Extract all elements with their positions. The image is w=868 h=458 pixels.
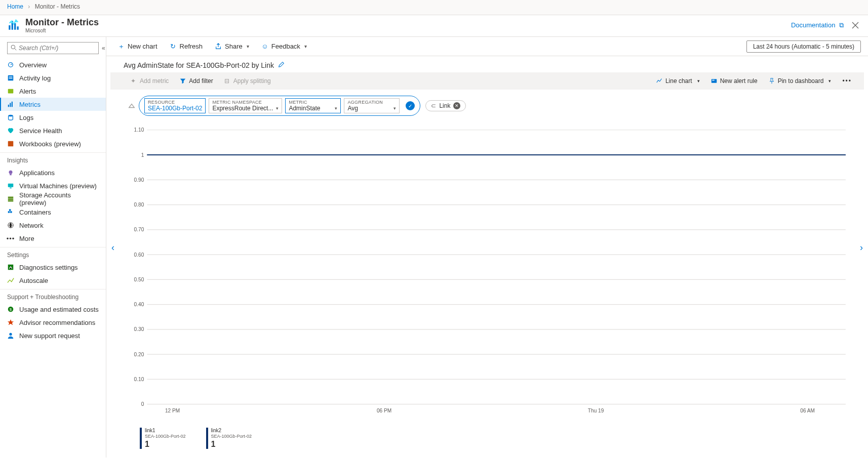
sidebar-item-network[interactable]: Network bbox=[0, 219, 106, 232]
nav-label: Logs bbox=[19, 114, 33, 121]
nav-label: New support request bbox=[19, 332, 80, 340]
sidebar-item-advisor-recommendations[interactable]: Advisor recommendations bbox=[0, 316, 106, 329]
svg-rect-20 bbox=[10, 211, 12, 213]
svg-text:12 PM: 12 PM bbox=[165, 407, 180, 413]
split-pill-icon: ⊂ bbox=[431, 102, 436, 109]
workbooks-icon bbox=[7, 140, 14, 147]
more-icon: ••• bbox=[7, 235, 14, 242]
search-icon bbox=[11, 45, 17, 52]
nav-label: Workbooks (preview) bbox=[19, 140, 81, 148]
edit-title-button[interactable] bbox=[278, 61, 285, 69]
remove-split-button[interactable]: ✕ bbox=[453, 102, 460, 109]
line-chart-icon bbox=[656, 78, 662, 84]
aggregation-selector[interactable]: AGGREGATION Avg▾ bbox=[344, 98, 400, 113]
advisor-icon bbox=[7, 319, 14, 326]
toolbar: ＋ New chart ↻ Refresh Share ▾ ☺ Feedback… bbox=[106, 37, 868, 56]
metric-selector[interactable]: METRIC AdminState▾ bbox=[285, 98, 341, 113]
metric-valid-badge: ✓ bbox=[406, 101, 415, 110]
svg-rect-7 bbox=[8, 105, 9, 107]
vm-icon bbox=[7, 182, 14, 189]
more-options-button[interactable]: ••• bbox=[839, 75, 855, 87]
sidebar-item-logs[interactable]: Logs bbox=[0, 111, 106, 124]
svg-line-1 bbox=[15, 48, 16, 50]
sidebar-item-containers[interactable]: Containers bbox=[0, 205, 106, 219]
sidebar-item-autoscale[interactable]: Autoscale bbox=[0, 274, 106, 287]
svg-point-0 bbox=[11, 45, 15, 49]
svg-rect-16 bbox=[8, 197, 14, 198]
next-chart-button[interactable]: › bbox=[856, 238, 867, 257]
main-pane: ＋ New chart ↻ Refresh Share ▾ ☺ Feedback… bbox=[106, 37, 868, 457]
sidebar-item-metrics[interactable]: Metrics bbox=[0, 98, 106, 111]
nav-label: Overview bbox=[19, 61, 47, 69]
more-icon: ••• bbox=[842, 77, 852, 85]
chevron-down-icon: ▾ bbox=[276, 106, 279, 111]
legend-item-link1[interactable]: link1SEA-100Gb-Port-021 bbox=[140, 428, 186, 449]
legend-item-link2[interactable]: link2SEA-100Gb-Port-021 bbox=[206, 428, 252, 449]
share-button[interactable]: Share ▾ bbox=[211, 40, 253, 52]
add-filter-button[interactable]: Add filter bbox=[177, 75, 216, 87]
search-box[interactable] bbox=[7, 42, 99, 54]
nav-label: Activity log bbox=[19, 74, 51, 82]
svg-text:1: 1 bbox=[141, 151, 144, 158]
sidebar-item-activity-log[interactable]: Activity log bbox=[0, 71, 106, 85]
documentation-link[interactable]: Documentation ⧉ bbox=[791, 21, 844, 29]
sidebar-item-applications[interactable]: Applications bbox=[0, 166, 106, 179]
breadcrumb-home[interactable]: Home bbox=[7, 3, 23, 10]
new-chart-button[interactable]: ＋ New chart bbox=[113, 40, 162, 52]
support-icon bbox=[7, 332, 14, 339]
time-range-button[interactable]: Last 24 hours (Automatic - 5 minutes) bbox=[746, 40, 861, 53]
feedback-icon: ☺ bbox=[261, 43, 268, 50]
svg-text:0.50: 0.50 bbox=[134, 276, 144, 282]
svg-rect-9 bbox=[12, 102, 13, 107]
nav-label: Applications bbox=[19, 169, 55, 177]
split-by-pill[interactable]: ⊂ Link ✕ bbox=[425, 100, 466, 111]
resource-selector[interactable]: RESOURCE SEA-100Gb-Port-02 bbox=[144, 98, 206, 113]
svg-rect-14 bbox=[8, 184, 14, 187]
overview-icon bbox=[7, 61, 14, 68]
sidebar-item-workbooks-preview-[interactable]: Workbooks (preview) bbox=[0, 137, 106, 150]
sidebar-item-new-support-request[interactable]: New support request bbox=[0, 329, 106, 342]
svg-rect-13 bbox=[10, 174, 12, 176]
sidebar-item-overview[interactable]: Overview bbox=[0, 58, 106, 71]
collapse-sidebar-icon[interactable]: « bbox=[102, 45, 105, 52]
chart-legend: link1SEA-100Gb-Port-021link2SEA-100Gb-Po… bbox=[132, 424, 851, 454]
blade-subtitle: Microsoft bbox=[25, 28, 791, 33]
sidebar-item-more[interactable]: •••More bbox=[0, 232, 106, 245]
storage-icon bbox=[7, 195, 14, 202]
share-icon bbox=[215, 43, 222, 50]
prev-chart-button[interactable]: ‹ bbox=[107, 238, 119, 257]
collapse-group-icon[interactable] bbox=[128, 102, 136, 110]
add-metric-icon: ✦ bbox=[131, 78, 137, 84]
namespace-selector[interactable]: METRIC NAMESPACE ExpressRoute Direct...▾ bbox=[209, 98, 282, 113]
refresh-button[interactable]: ↻ Refresh bbox=[166, 40, 207, 52]
nav-label: Advisor recommendations bbox=[19, 319, 95, 326]
pin-button[interactable]: Pin to dashboard ▾ bbox=[766, 75, 835, 87]
feedback-button[interactable]: ☺ Feedback ▾ bbox=[257, 40, 311, 52]
sidebar-item-storage-accounts-preview-[interactable]: Storage Accounts (preview) bbox=[0, 192, 106, 205]
nav-label: Containers bbox=[19, 209, 51, 216]
sidebar-item-alerts[interactable]: Alerts bbox=[0, 85, 106, 98]
sidebar-item-virtual-machines-preview-[interactable]: Virtual Machines (preview) bbox=[0, 179, 106, 192]
refresh-icon: ↻ bbox=[170, 43, 177, 50]
sidebar-item-diagnostics-settings[interactable]: Diagnostics settings bbox=[0, 261, 106, 274]
svg-text:Thu 19: Thu 19 bbox=[588, 407, 604, 413]
nav-label: More bbox=[19, 235, 34, 242]
sidebar-item-service-health[interactable]: Service Health bbox=[0, 124, 106, 137]
new-alert-button[interactable]: New alert rule bbox=[708, 75, 761, 87]
nav-label: Service Health bbox=[19, 127, 62, 135]
add-metric-button[interactable]: ✦ Add metric bbox=[128, 75, 172, 87]
sidebar-item-usage-and-estimated-costs[interactable]: $Usage and estimated costs bbox=[0, 303, 106, 316]
network-icon bbox=[7, 222, 14, 229]
search-input[interactable] bbox=[19, 45, 95, 52]
svg-text:0.10: 0.10 bbox=[134, 376, 144, 382]
chart-type-button[interactable]: Line chart ▾ bbox=[653, 75, 703, 87]
nav-label: Metrics bbox=[19, 101, 41, 108]
plus-icon: ＋ bbox=[117, 43, 125, 50]
diag-icon bbox=[7, 264, 14, 271]
close-button[interactable] bbox=[850, 20, 861, 31]
apply-splitting-button[interactable]: ⊟ Apply splitting bbox=[221, 75, 274, 87]
svg-rect-8 bbox=[10, 103, 11, 107]
svg-point-12 bbox=[9, 171, 13, 174]
svg-text:$: $ bbox=[10, 308, 12, 311]
svg-text:0.70: 0.70 bbox=[134, 226, 144, 233]
